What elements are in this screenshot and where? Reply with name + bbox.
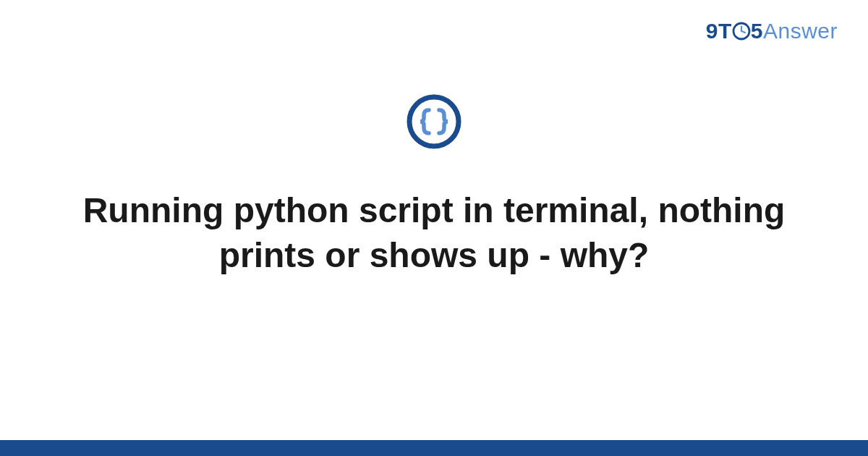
clock-icon xyxy=(732,21,751,40)
brand-part-t: T xyxy=(718,19,732,43)
brand-part-5: 5 xyxy=(751,19,763,43)
brand-part-9: 9 xyxy=(706,19,718,43)
page-title: Running python script in terminal, nothi… xyxy=(0,188,868,279)
brand-part-answer: Answer xyxy=(763,19,838,43)
footer-bar xyxy=(0,440,868,456)
brand-logo: 9T5Answer xyxy=(706,19,838,43)
svg-point-3 xyxy=(409,97,459,146)
svg-line-2 xyxy=(741,31,745,33)
code-braces-icon xyxy=(405,93,463,151)
